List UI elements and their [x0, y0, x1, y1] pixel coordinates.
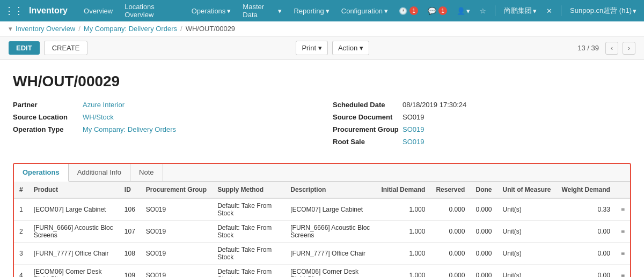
- col-actions: [616, 182, 630, 198]
- main-content: WH/OUT/00029 Partner Azure Interior Sour…: [0, 60, 644, 277]
- user-icon: 👤: [457, 7, 465, 15]
- cell-num: 3: [14, 243, 28, 265]
- next-page-button[interactable]: ›: [623, 42, 635, 55]
- cell-reserved: 0.000: [430, 243, 470, 265]
- print-button[interactable]: Print ▾: [296, 41, 328, 55]
- table-row: 4 [ECOM06] Corner Desk Right Sit 109 SO0…: [14, 265, 630, 278]
- field-root-sale-value[interactable]: SO019: [402, 138, 424, 146]
- table-row: 3 [FURN_7777] Office Chair 108 SO019 Def…: [14, 243, 630, 265]
- col-id: ID: [119, 182, 141, 198]
- cell-description: [FURN_6666] Acoustic Bloc Screens: [285, 221, 376, 243]
- field-scheduled-date-value: 08/18/2019 17:30:24: [402, 101, 466, 109]
- row-menu-icon[interactable]: ≡: [616, 243, 630, 265]
- cell-supply-method: Default: Take From Stock: [212, 198, 285, 221]
- cell-done: 0.000: [470, 243, 497, 265]
- col-procurement-group: Procurement Group: [141, 182, 212, 198]
- chat-icon: 💬: [428, 7, 436, 15]
- star-button[interactable]: ☆: [477, 5, 489, 17]
- field-root-sale-label: Root Sale: [333, 138, 402, 146]
- table-body: 1 [ECOM07] Large Cabinet 106 SO019 Defau…: [14, 198, 630, 277]
- breadcrumb-current: WH/OUT/00029: [186, 25, 235, 33]
- breadcrumb-link-1[interactable]: Inventory Overview: [16, 25, 75, 33]
- company-switcher[interactable]: 尚鹏集团 ▾: [501, 4, 540, 18]
- field-source-location-value[interactable]: WH/Stock: [83, 113, 114, 121]
- row-menu-icon[interactable]: ≡: [616, 198, 630, 221]
- edit-button[interactable]: EDIT: [9, 41, 40, 55]
- prev-page-button[interactable]: ‹: [605, 42, 618, 55]
- tabs-header: Operations Additional Info Note: [14, 164, 630, 182]
- field-operation-type-label: Operation Type: [13, 125, 83, 133]
- nav-configuration[interactable]: Configuration ▾: [336, 0, 393, 21]
- clock-badge: 1: [409, 6, 418, 15]
- chat-button[interactable]: 💬 1: [425, 4, 450, 17]
- field-partner-value[interactable]: Azure Interior: [83, 101, 125, 109]
- field-operation-type-value[interactable]: My Company: Delivery Orders: [83, 125, 176, 133]
- cell-description: [ECOM07] Large Cabinet: [285, 198, 376, 221]
- field-procurement-group-value[interactable]: SO019: [402, 125, 424, 133]
- cell-initial-demand: 1.000: [376, 198, 430, 221]
- fields-section: Partner Azure Interior Source Location W…: [13, 101, 631, 150]
- col-weight-demand: Weight Demand: [557, 182, 616, 198]
- cell-num: 2: [14, 221, 28, 243]
- cell-supply-method: Default: Take From Stock: [212, 221, 285, 243]
- close-button[interactable]: ✕: [543, 5, 555, 17]
- field-source-doc-label: Source Document: [333, 113, 402, 121]
- nav-master-data-chevron: ▾: [278, 7, 282, 15]
- pagination-info: 13 / 39: [577, 44, 599, 52]
- clock-icon: 🕐: [399, 7, 407, 15]
- cell-initial-demand: 1.000: [376, 265, 430, 278]
- breadcrumb-toggle[interactable]: ▾: [9, 25, 12, 33]
- nav-locations-overview[interactable]: Locations Overview: [119, 0, 185, 21]
- nav-divider2: [561, 5, 561, 16]
- nav-master-data[interactable]: Master Data ▾: [237, 0, 287, 21]
- create-button[interactable]: CREATE: [44, 41, 88, 55]
- cell-reserved: 0.000: [430, 198, 470, 221]
- action-button[interactable]: Action ▾: [332, 41, 369, 55]
- cell-id: 108: [119, 243, 141, 265]
- top-nav: ⋮⋮ Inventory Overview Locations Overview…: [0, 0, 644, 21]
- row-menu-icon[interactable]: ≡: [616, 221, 630, 243]
- action-bar: EDIT CREATE Print ▾ Action ▾ 13 / 39 ‹ ›: [0, 36, 644, 60]
- cell-supply-method: Default: Take From Stock: [212, 243, 285, 265]
- table-row: 1 [ECOM07] Large Cabinet 106 SO019 Defau…: [14, 198, 630, 221]
- cell-uom: Unit(s): [497, 265, 556, 278]
- profile-button[interactable]: Sunpop.cn超营 (h1) ▾: [567, 4, 640, 18]
- col-num: #: [14, 182, 28, 198]
- tab-note[interactable]: Note: [130, 164, 163, 181]
- tab-additional-info[interactable]: Additional Info: [69, 164, 130, 181]
- field-source-doc: Source Document SO019: [333, 113, 631, 121]
- field-scheduled-date: Scheduled Date 08/18/2019 17:30:24: [333, 101, 631, 109]
- col-product: Product: [28, 182, 119, 198]
- star-icon: ☆: [480, 7, 486, 15]
- row-menu-icon[interactable]: ≡: [616, 265, 630, 278]
- record-title: WH/OUT/00029: [13, 73, 631, 90]
- user-menu-button[interactable]: 👤 ▾: [453, 5, 473, 17]
- nav-overview[interactable]: Overview: [78, 0, 118, 21]
- profile-label: Sunpop.cn超营 (h1): [570, 6, 632, 16]
- tab-operations[interactable]: Operations: [14, 164, 69, 182]
- field-root-sale: Root Sale SO019: [333, 138, 631, 146]
- nav-operations-chevron: ▾: [227, 7, 231, 15]
- col-supply-method: Supply Method: [212, 182, 285, 198]
- field-scheduled-date-label: Scheduled Date: [333, 101, 402, 109]
- breadcrumb-sep-2: /: [180, 25, 182, 33]
- cell-weight-demand: 0.33: [557, 198, 616, 221]
- fields-left: Partner Azure Interior Source Location W…: [13, 101, 311, 150]
- nav-reporting[interactable]: Reporting ▾: [288, 0, 334, 21]
- cell-initial-demand: 1.000: [376, 221, 430, 243]
- cell-reserved: 0.000: [430, 265, 470, 278]
- breadcrumb-link-2[interactable]: My Company: Delivery Orders: [84, 25, 177, 33]
- nav-configuration-chevron: ▾: [384, 7, 388, 15]
- field-source-location: Source Location WH/Stock: [13, 113, 311, 121]
- breadcrumb-bar: ▾ Inventory Overview / My Company: Deliv…: [0, 21, 644, 36]
- col-reserved: Reserved: [430, 182, 470, 198]
- nav-operations[interactable]: Operations ▾: [186, 0, 237, 21]
- col-done: Done: [470, 182, 497, 198]
- fields-right: Scheduled Date 08/18/2019 17:30:24 Sourc…: [333, 101, 631, 150]
- grid-icon[interactable]: ⋮⋮: [4, 5, 24, 17]
- cell-id: 106: [119, 198, 141, 221]
- clock-button[interactable]: 🕐 1: [396, 4, 421, 17]
- col-uom: Unit of Measure: [497, 182, 556, 198]
- cell-id: 107: [119, 221, 141, 243]
- app-brand[interactable]: Inventory: [29, 6, 68, 16]
